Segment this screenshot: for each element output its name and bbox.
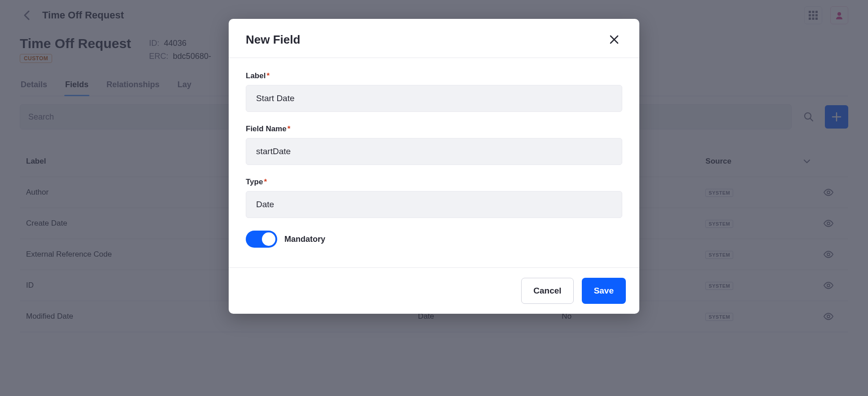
- field-name-label-text: Field Name: [246, 125, 287, 133]
- required-star: *: [288, 125, 291, 133]
- form-group-label: Label*: [246, 71, 622, 112]
- label-label: Label*: [246, 71, 622, 80]
- form-group-field-name: Field Name*: [246, 125, 622, 165]
- mandatory-toggle[interactable]: [246, 231, 277, 248]
- modal-title: New Field: [246, 33, 300, 47]
- type-label: Type*: [246, 178, 622, 187]
- mandatory-row: Mandatory: [246, 231, 622, 248]
- modal-footer: Cancel Save: [229, 267, 639, 314]
- new-field-modal: New Field Label* Field Name* Type*: [229, 19, 639, 314]
- field-name-label: Field Name*: [246, 125, 622, 133]
- type-select[interactable]: Date: [246, 191, 622, 218]
- form-group-type: Type* Date: [246, 178, 622, 218]
- cancel-button[interactable]: Cancel: [521, 278, 573, 304]
- required-star: *: [264, 178, 267, 186]
- modal-body: Label* Field Name* Type* Date: [229, 58, 639, 267]
- required-star: *: [266, 71, 270, 80]
- label-input[interactable]: [246, 85, 622, 112]
- label-label-text: Label: [246, 71, 266, 80]
- save-button[interactable]: Save: [582, 278, 626, 304]
- mandatory-label: Mandatory: [284, 235, 325, 244]
- close-icon: [609, 35, 619, 44]
- modal-overlay[interactable]: New Field Label* Field Name* Type*: [0, 0, 868, 396]
- modal-close-button[interactable]: [606, 31, 622, 48]
- type-label-text: Type: [246, 178, 263, 186]
- field-name-input[interactable]: [246, 138, 622, 165]
- type-value: Date: [256, 200, 274, 209]
- toggle-knob: [262, 232, 275, 246]
- modal-header: New Field: [229, 19, 639, 58]
